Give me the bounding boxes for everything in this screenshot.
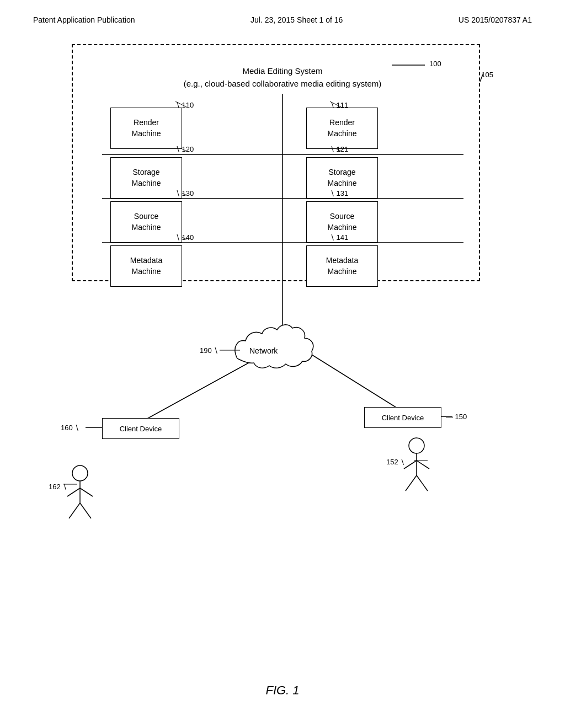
header-right: US 2015/0207837 A1 bbox=[459, 15, 532, 24]
svg-line-30 bbox=[67, 488, 80, 496]
stick-figure-152 bbox=[397, 436, 436, 496]
ref-111: ∖ 111 bbox=[330, 101, 348, 109]
ref-160: 160 ∖ bbox=[61, 424, 79, 432]
svg-line-33 bbox=[80, 503, 91, 518]
network-label: Network bbox=[249, 346, 278, 355]
svg-line-7 bbox=[309, 353, 397, 408]
ref-110: ∖ 110 bbox=[175, 101, 194, 109]
ref-130: ∖ 130 bbox=[175, 189, 194, 197]
svg-line-26 bbox=[406, 475, 417, 491]
svg-line-8 bbox=[146, 358, 257, 419]
client-device-160: Client Device bbox=[102, 418, 179, 439]
ref-131: ∖ 131 bbox=[330, 189, 348, 197]
svg-line-25 bbox=[417, 461, 429, 469]
machine-metadata-140: MetadataMachine bbox=[110, 245, 182, 287]
header-left: Patent Application Publication bbox=[33, 15, 135, 24]
svg-point-22 bbox=[409, 438, 424, 453]
machine-source-130: SourceMachine bbox=[110, 201, 182, 243]
stick-figure-162 bbox=[61, 463, 99, 524]
machine-metadata-141: MetadataMachine bbox=[306, 245, 378, 287]
ref-141: ∖ 141 bbox=[330, 233, 348, 242]
ref-120: ∖ 120 bbox=[175, 145, 194, 153]
svg-line-24 bbox=[404, 461, 417, 469]
header-middle: Jul. 23, 2015 Sheet 1 of 16 bbox=[250, 15, 343, 24]
ref-140: ∖ 140 bbox=[175, 233, 194, 242]
client-device-150: Client Device bbox=[364, 407, 441, 428]
ref-152: 152 ∖ bbox=[386, 458, 404, 466]
page-header: Patent Application Publication Jul. 23, … bbox=[0, 0, 565, 24]
ref-190: 190 ∖ bbox=[200, 346, 218, 355]
svg-point-28 bbox=[72, 465, 88, 481]
machine-storage-120: StorageMachine bbox=[110, 157, 182, 199]
system-title: Media Editing System (e.g., cloud-based … bbox=[0, 65, 565, 90]
ref-121: ∖ 121 bbox=[330, 145, 348, 153]
svg-line-31 bbox=[80, 488, 93, 496]
svg-line-32 bbox=[69, 503, 80, 518]
figure-caption: FIG. 1 bbox=[0, 683, 565, 698]
machine-render-110: RenderMachine bbox=[110, 108, 182, 149]
svg-line-27 bbox=[417, 475, 428, 491]
machine-render-111: RenderMachine bbox=[306, 108, 378, 149]
ref-150: — 150 bbox=[446, 413, 467, 421]
ref-162: 162 ∖ bbox=[49, 483, 67, 491]
